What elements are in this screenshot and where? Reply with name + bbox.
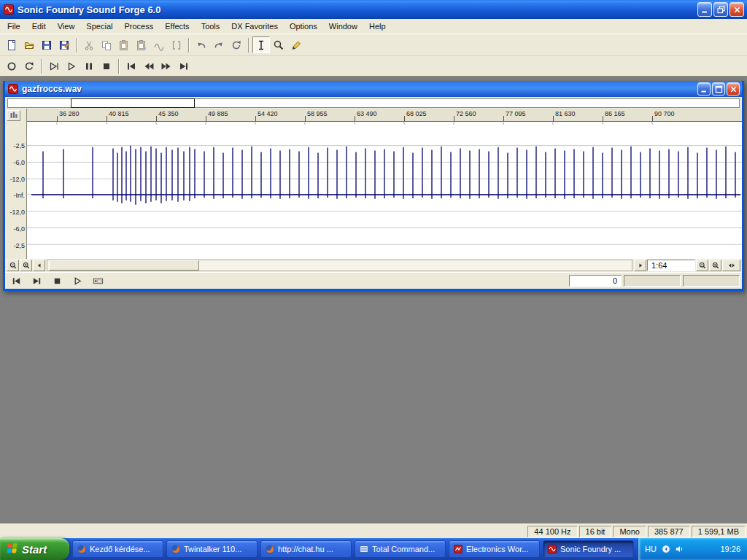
rewind-button[interactable] — [140, 58, 158, 74]
save-button[interactable] — [38, 36, 55, 53]
toolbar-separator — [188, 38, 190, 52]
repeat-button[interactable] — [228, 36, 245, 53]
scroll-left-button[interactable] — [33, 260, 45, 271]
playbar-record-remote-button[interactable] — [89, 274, 107, 288]
task-buttons: Kezdő kérdése...Twintalker 110...http://… — [69, 538, 634, 560]
tray-icons — [661, 544, 685, 554]
go-to-start-button[interactable] — [123, 58, 140, 74]
paste-special-button[interactable] — [133, 36, 150, 53]
levels-icon[interactable] — [7, 110, 20, 121]
stop-button[interactable] — [98, 58, 115, 74]
loop-playback-button[interactable] — [20, 58, 38, 74]
playbar-stop-button[interactable] — [48, 274, 66, 288]
zoom-selection-button[interactable] — [722, 260, 740, 271]
status-fields: 44 100 Hz16 bitMono385 8771 599,1 MB — [527, 526, 746, 537]
paste-button[interactable] — [115, 36, 133, 53]
language-indicator[interactable]: HU — [645, 545, 657, 553]
close-button[interactable] — [729, 2, 744, 17]
statusbar: 44 100 Hz16 bitMono385 8771 599,1 MB — [0, 524, 747, 538]
db-label: -Inf. — [13, 192, 25, 199]
document-titlebar[interactable]: gazfroccs.wav — [5, 81, 742, 97]
task-button-sonic-foundry[interactable]: Sonic Foundry ... — [543, 540, 634, 558]
overview-view-box[interactable] — [71, 98, 195, 108]
pause-button[interactable] — [80, 58, 98, 74]
time-ruler[interactable]: 36 28040 81545 35049 88554 42058 95563 4… — [27, 109, 742, 122]
menubar: FileEditViewSpecialProcessEffectsToolsDX… — [0, 19, 747, 34]
undo-button[interactable] — [193, 36, 210, 53]
status-field-mono: Mono — [613, 526, 646, 537]
zoom-in-time-button[interactable] — [20, 260, 32, 271]
start-label: Start — [22, 543, 47, 556]
start-button[interactable]: Start — [0, 538, 69, 560]
ruler-label: 49 885 — [208, 110, 228, 117]
ruler-label: 68 025 — [406, 110, 427, 117]
playbar: 0 — [5, 272, 742, 289]
menu-edit[interactable]: Edit — [26, 20, 52, 33]
menu-special[interactable]: Special — [80, 20, 118, 33]
zoom-full-button[interactable] — [709, 260, 721, 271]
ruler-tick — [355, 116, 355, 121]
copy-button[interactable] — [98, 36, 115, 53]
task-button-electronics-wor[interactable]: Electronics Wor... — [449, 540, 540, 558]
maximize-button[interactable] — [712, 82, 725, 96]
open-file-button[interactable] — [20, 36, 38, 53]
cut-button[interactable] — [80, 36, 98, 53]
go-to-end-button[interactable] — [175, 58, 193, 74]
pencil-tool-button[interactable] — [287, 36, 305, 53]
selection-end-field — [683, 275, 740, 287]
firefox-icon — [77, 544, 87, 554]
redo-button[interactable] — [210, 36, 228, 53]
menu-view[interactable]: View — [52, 20, 81, 33]
ruler-label: 54 420 — [258, 110, 278, 117]
minimize-button[interactable] — [697, 82, 711, 96]
save-as-button[interactable] — [55, 36, 73, 53]
windows-flag-icon — [5, 542, 18, 557]
waveform-display[interactable] — [27, 122, 742, 259]
task-button-label: Electronics Wor... — [466, 545, 528, 553]
overview-bar[interactable] — [7, 98, 740, 108]
task-button-twintalker-110[interactable]: Twintalker 110... — [166, 540, 258, 558]
menu-options[interactable]: Options — [284, 20, 323, 33]
menu-file[interactable]: File — [1, 20, 26, 33]
mix-button[interactable] — [150, 36, 168, 53]
play-button[interactable] — [63, 58, 80, 74]
horizontal-scrollbar[interactable] — [47, 260, 632, 271]
scrollbar-thumb[interactable] — [49, 260, 199, 271]
edit-tool-button[interactable] — [252, 36, 270, 53]
task-button-kezd-k-rd-se[interactable]: Kezdő kérdése... — [72, 540, 163, 558]
chevron-icon[interactable] — [661, 544, 671, 554]
scroll-right-button[interactable] — [634, 260, 646, 271]
new-file-button[interactable] — [3, 36, 20, 53]
document-title: gazfroccs.wav — [22, 84, 694, 94]
menu-tools[interactable]: Tools — [196, 20, 226, 33]
ruler-label: 90 700 — [654, 110, 675, 117]
play-all-button[interactable] — [45, 58, 63, 74]
task-button-total-command[interactable]: Total Command... — [355, 540, 446, 558]
close-button[interactable] — [727, 82, 740, 96]
task-button-label: Total Command... — [372, 545, 435, 553]
minimize-button[interactable] — [697, 2, 712, 17]
task-button-http-chat-hu[interactable]: http://chat.hu ... — [260, 540, 352, 558]
restore-button[interactable] — [713, 2, 728, 17]
status-field-44-100-hz: 44 100 Hz — [527, 526, 577, 537]
ruler-label: 63 490 — [357, 110, 377, 117]
wav-document-icon — [7, 83, 19, 95]
ruler-tick — [305, 116, 306, 121]
menu-dx-favorites[interactable]: DX Favorites — [225, 20, 284, 33]
menu-window[interactable]: Window — [323, 20, 363, 33]
menu-process[interactable]: Process — [118, 20, 159, 33]
menu-help[interactable]: Help — [363, 20, 392, 33]
app-titlebar[interactable]: Sonic Foundry Sound Forge 6.0 — [0, 0, 747, 19]
zoom-normal-button[interactable] — [696, 260, 708, 271]
trim-button[interactable] — [168, 36, 185, 53]
record-button[interactable] — [3, 58, 20, 74]
playbar-go-to-start-button[interactable] — [7, 274, 26, 288]
ruler-tick — [553, 116, 554, 121]
volume-icon[interactable] — [675, 544, 685, 554]
menu-effects[interactable]: Effects — [159, 20, 195, 33]
forward-button[interactable] — [158, 58, 175, 74]
playbar-go-to-end-button[interactable] — [28, 274, 46, 288]
playbar-play-button[interactable] — [69, 274, 87, 288]
magnify-tool-button[interactable] — [270, 36, 287, 53]
zoom-out-time-button[interactable] — [7, 260, 19, 271]
